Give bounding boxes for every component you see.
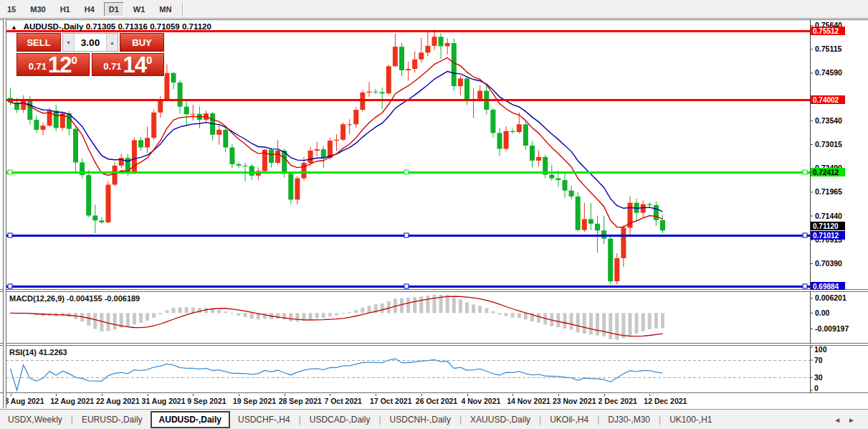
date-tick — [148, 394, 148, 396]
date-tick — [649, 394, 650, 396]
macd-bar — [498, 313, 502, 314]
candle-body — [425, 46, 430, 52]
title-arrow-icon[interactable]: ▲ — [11, 24, 17, 31]
macd-bar — [368, 306, 371, 313]
sell-price-big: 12 — [48, 55, 71, 75]
candle-body — [145, 138, 150, 147]
line-handle[interactable] — [404, 233, 409, 237]
candle-body — [321, 149, 326, 158]
price-chip-label: 0.69884 — [813, 283, 839, 291]
candle-body — [641, 204, 646, 213]
macd-bar — [276, 313, 280, 319]
tab-usdcad-daily[interactable]: USDCAD-,Daily — [302, 411, 378, 428]
macd-label: MACD(12,26,9) — [9, 294, 65, 303]
price-tick-label: 0.71965 — [815, 187, 842, 196]
candle-body — [164, 73, 169, 100]
date-tick — [604, 394, 605, 396]
sell-button[interactable]: SELL — [16, 33, 61, 52]
timeframe-button-m30[interactable]: M30 — [25, 2, 50, 16]
volume-decrease-icon[interactable]: ▼ — [63, 34, 75, 51]
timeframe-button-h1[interactable]: H1 — [55, 2, 75, 16]
date-label: 12 Aug 2021 — [50, 397, 94, 405]
candle-body — [452, 43, 457, 86]
tab-scroll-arrows[interactable]: ◄► — [834, 416, 862, 424]
date-tick — [239, 394, 239, 396]
tab-uk100-h1[interactable]: UK100-,H1 — [662, 411, 720, 428]
buy-price-tile[interactable]: 0.71 14 0 — [92, 53, 165, 76]
volume-input[interactable] — [75, 34, 106, 51]
macd-bar — [87, 313, 90, 325]
line-handle[interactable] — [803, 233, 807, 237]
date-label: 28 Sep 2021 — [279, 397, 322, 405]
line-handle[interactable] — [8, 170, 12, 174]
date-label: 9 Sep 2021 — [187, 397, 226, 405]
macd-bar — [198, 308, 201, 313]
tab-xauusd-daily[interactable]: XAUUSD-,Daily — [462, 411, 538, 428]
candle-body — [92, 215, 97, 220]
macd-bar — [126, 313, 130, 326]
candle-body — [275, 151, 280, 163]
candle-body — [86, 175, 91, 215]
candle-body — [536, 157, 541, 161]
macd-bar — [635, 313, 639, 333]
tab-usdchf-h4[interactable]: USDCHF-,H4 — [230, 411, 298, 428]
line-handle[interactable] — [404, 284, 409, 288]
timeframe-button-h4[interactable]: H4 — [80, 2, 100, 16]
macd-bar — [563, 313, 567, 329]
macd-bar — [341, 313, 345, 314]
sell-price-tile[interactable]: 0.71 12 0 — [16, 53, 90, 76]
candle-body — [158, 100, 163, 113]
candle-body — [517, 124, 522, 132]
volume-increase-icon[interactable]: ▲ — [106, 34, 118, 51]
macd-bar — [596, 313, 599, 335]
timeframe-button-w1[interactable]: W1 — [128, 2, 151, 16]
date-tick — [558, 394, 559, 396]
candle-body — [380, 92, 385, 93]
tab-eurusd-daily[interactable]: EURUSD-,Daily — [74, 411, 151, 428]
price-chip-label: 0.71120 — [813, 222, 839, 230]
price-chip-label: 0.71012 — [813, 232, 839, 240]
candle-body — [588, 219, 593, 223]
line-handle[interactable] — [803, 284, 807, 288]
candle-body — [555, 179, 561, 181]
timeframe-button-d1[interactable]: D1 — [104, 2, 124, 16]
candle-body — [510, 131, 515, 132]
price-chip-label: 0.75512 — [813, 27, 839, 35]
macd-bar — [648, 313, 652, 329]
line-handle[interactable] — [8, 233, 12, 237]
chart-ohlc-values: 0.71305 0.71316 0.71059 0.71120 — [86, 22, 211, 31]
tab-audusd-daily[interactable]: AUDUSD-,Daily — [151, 411, 230, 428]
macd-header: MACD(12,26,9) -0.004155 -0.006189 — [9, 294, 140, 303]
macd-bar — [113, 313, 117, 329]
macd-bar — [629, 313, 632, 335]
rsi-label: RSI(14) — [9, 348, 37, 357]
macd-bar — [224, 311, 227, 313]
line-handle[interactable] — [404, 170, 409, 174]
date-tick — [56, 394, 57, 396]
timeframe-button-mn[interactable]: MN — [154, 2, 176, 16]
candle-body — [477, 90, 482, 98]
date-label: 22 Aug 2021 — [96, 397, 140, 405]
macd-scale-label: 0.00 — [815, 308, 830, 317]
rsi-scale-label: 100 — [814, 345, 827, 354]
line-handle[interactable] — [803, 170, 807, 174]
macd-bar — [465, 302, 469, 313]
candle-body — [399, 47, 404, 70]
tab-dj30-m30[interactable]: DJ30-,M30 — [600, 411, 658, 428]
chart-symbol-label: AUDUSD-,Daily — [24, 22, 84, 31]
macd-bar — [426, 296, 429, 313]
line-handle[interactable] — [8, 284, 12, 288]
macd-bar — [172, 308, 176, 313]
timeframe-button-15[interactable]: 15 — [2, 2, 21, 16]
tab-usdx-weekly[interactable]: USDX,Weekly — [0, 411, 70, 428]
macd-bar — [472, 304, 475, 313]
volume-stepper: ▼ ▲ — [62, 33, 118, 52]
candle-body — [223, 130, 228, 148]
tab-usdcnh-daily[interactable]: USDCNH-,Daily — [382, 411, 459, 428]
tab-ukoil-h4[interactable]: UKOil-,H4 — [542, 411, 596, 428]
rsi-indicator-panel[interactable]: 10070300 — [0, 345, 868, 393]
buy-button[interactable]: BUY — [120, 33, 164, 52]
macd-bar — [621, 313, 625, 338]
date-tick — [467, 394, 468, 396]
candle-body — [132, 140, 137, 173]
